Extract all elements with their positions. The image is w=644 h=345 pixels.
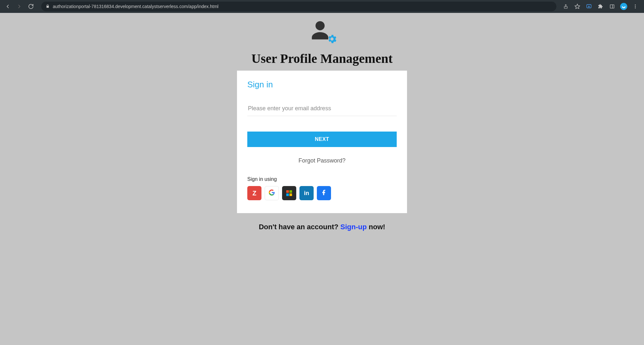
browser-toolbar: authorizationportal-781316834.developmen…: [0, 0, 644, 13]
email-input[interactable]: [247, 103, 397, 116]
reload-button[interactable]: [26, 2, 35, 11]
svg-point-8: [635, 6, 636, 7]
lock-icon: [46, 4, 50, 9]
forward-button[interactable]: [15, 2, 24, 11]
linkedin-signin-button[interactable]: in: [299, 186, 314, 200]
social-label: Sign in using: [247, 176, 397, 182]
browser-right-icons: [562, 3, 641, 10]
next-button[interactable]: NEXT: [247, 132, 397, 147]
page-title: User Profile Management: [251, 51, 393, 66]
microsoft-icon: [286, 190, 292, 196]
signin-card: Sign in NEXT Forgot Password? Sign in us…: [237, 71, 407, 213]
panel-icon[interactable]: [609, 3, 616, 10]
signup-prefix: Don't have an account?: [259, 223, 340, 231]
zoho-icon: Z: [252, 190, 256, 197]
facebook-icon: [321, 189, 327, 197]
app-logo: [309, 19, 335, 44]
signup-link[interactable]: Sign-up: [340, 223, 367, 231]
svg-marker-1: [575, 4, 580, 9]
google-icon: [269, 189, 275, 197]
svg-point-9: [635, 7, 636, 8]
google-signin-button[interactable]: [265, 186, 279, 200]
extensions-icon[interactable]: [597, 3, 604, 10]
page-body: User Profile Management Sign in NEXT For…: [0, 13, 644, 345]
linkedin-icon: in: [304, 190, 309, 197]
url-text: authorizationportal-781316834.developmen…: [53, 4, 218, 9]
facebook-signin-button[interactable]: [317, 186, 331, 200]
social-signin-row: Z in: [247, 186, 397, 200]
share-icon[interactable]: [562, 3, 569, 10]
microsoft-signin-button[interactable]: [282, 186, 296, 200]
svg-point-7: [635, 5, 636, 5]
signup-suffix: now!: [367, 223, 385, 231]
svg-point-6: [623, 6, 625, 7]
svg-rect-3: [610, 5, 614, 8]
kebab-menu-icon[interactable]: [632, 3, 639, 10]
back-button[interactable]: [3, 2, 12, 11]
zoho-signin-button[interactable]: Z: [247, 186, 261, 200]
forgot-password-link[interactable]: Forgot Password?: [247, 157, 397, 164]
address-bar[interactable]: authorizationportal-781316834.developmen…: [41, 2, 556, 11]
signin-heading: Sign in: [247, 80, 397, 90]
signup-line: Don't have an account? Sign-up now!: [259, 223, 385, 231]
gear-icon: [327, 34, 337, 46]
profile-avatar[interactable]: [620, 3, 627, 10]
install-app-icon[interactable]: [585, 3, 592, 10]
bookmark-star-icon[interactable]: [574, 3, 581, 10]
